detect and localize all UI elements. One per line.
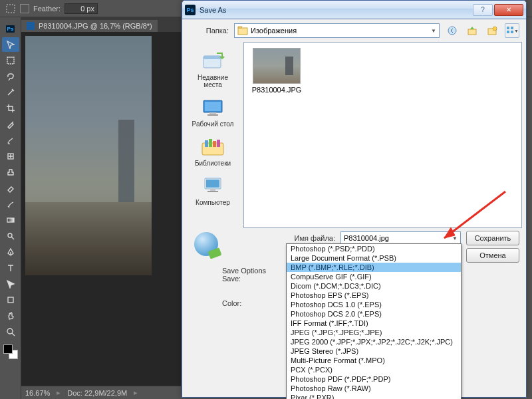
feather-input[interactable]: 0 px bbox=[65, 3, 98, 14]
new-folder-button[interactable] bbox=[485, 23, 499, 38]
zoom-level[interactable]: 16.67% bbox=[25, 389, 50, 397]
format-option[interactable]: PCX (*.PCX) bbox=[287, 365, 461, 374]
format-option[interactable]: Photoshop PDF (*.PDF;*.PDP) bbox=[287, 374, 461, 384]
save-button[interactable]: Сохранить bbox=[466, 231, 519, 245]
tools-panel: Ps bbox=[0, 17, 21, 399]
color-swatches[interactable] bbox=[3, 344, 18, 359]
marquee-tool[interactable] bbox=[2, 53, 19, 68]
folder-row: Папка: Изображения ▼ ▼ bbox=[182, 19, 526, 42]
svg-point-11 bbox=[493, 27, 497, 31]
place-recent[interactable]: Недавние места bbox=[184, 47, 241, 91]
desktop-icon bbox=[200, 97, 226, 118]
document-tab[interactable]: P8310004.JPG @ 16,7% (RGB/8*) bbox=[21, 20, 158, 32]
image-preview bbox=[25, 36, 152, 275]
filename-label: Имя файла: bbox=[282, 234, 335, 242]
place-libraries[interactable]: Библиотеки bbox=[184, 133, 241, 170]
format-option[interactable]: JPEG 2000 (*.JPF;*.JPX;*.JP2;*.J2C;*.J2K… bbox=[287, 337, 461, 346]
format-option[interactable]: Large Document Format (*.PSB) bbox=[287, 253, 461, 263]
format-option[interactable]: Multi-Picture Format (*.MPO) bbox=[287, 356, 461, 365]
format-option[interactable]: Pixar (*.PXR) bbox=[287, 393, 461, 399]
format-option[interactable]: Photoshop Raw (*.RAW) bbox=[287, 384, 461, 393]
places-bar: Недавние места Рабочий стол Библиотеки К… bbox=[182, 42, 243, 228]
place-recent-label: Недавние места bbox=[198, 74, 228, 88]
place-computer[interactable]: Компьютер bbox=[184, 172, 241, 209]
eraser-tool[interactable] bbox=[2, 181, 19, 196]
path-tool[interactable] bbox=[2, 277, 19, 291]
svg-rect-17 bbox=[203, 56, 221, 59]
hand-tool[interactable] bbox=[2, 309, 19, 323]
svg-point-8 bbox=[448, 27, 456, 35]
format-option[interactable]: Dicom (*.DCM;*.DC3;*.DIC) bbox=[287, 281, 461, 291]
help-button[interactable]: ? bbox=[473, 4, 493, 16]
save-sublabel: Save: bbox=[222, 275, 295, 283]
svg-point-6 bbox=[7, 329, 13, 334]
dialog-titlebar[interactable]: Ps Save As ? ✕ bbox=[182, 1, 526, 19]
folder-combo[interactable]: Изображения ▼ bbox=[234, 23, 440, 38]
svg-rect-20 bbox=[209, 112, 216, 114]
marquee-tool-icon bbox=[5, 3, 16, 14]
format-option[interactable]: Photoshop DCS 1.0 (*.EPS) bbox=[287, 300, 461, 309]
svg-rect-5 bbox=[8, 297, 13, 303]
format-option[interactable]: Photoshop (*.PSD;*.PDD) bbox=[287, 244, 461, 253]
lasso-tool[interactable] bbox=[2, 69, 19, 84]
ps-file-icon bbox=[27, 22, 35, 30]
stamp-tool[interactable] bbox=[2, 165, 19, 180]
ps-logo-icon: Ps bbox=[2, 21, 19, 36]
libraries-icon bbox=[200, 136, 226, 158]
format-dropdown-list[interactable]: Photoshop (*.PSD;*.PDD)Large Document Fo… bbox=[286, 243, 462, 399]
svg-rect-28 bbox=[206, 180, 219, 188]
format-option[interactable]: BMP (*.BMP;*.RLE;*.DIB) bbox=[287, 263, 461, 272]
dodge-tool[interactable] bbox=[2, 229, 19, 243]
svg-rect-3 bbox=[7, 218, 14, 222]
computer-icon bbox=[200, 176, 226, 197]
up-button[interactable] bbox=[465, 23, 479, 38]
file-item-label: P8310004.JPG bbox=[252, 86, 302, 94]
svg-rect-12 bbox=[507, 27, 509, 29]
zoom-tool[interactable] bbox=[2, 325, 19, 339]
save-options-label: Save Options bbox=[222, 267, 295, 275]
canvas[interactable] bbox=[21, 32, 181, 386]
folder-value: Изображения bbox=[251, 27, 297, 35]
format-option[interactable]: CompuServe GIF (*.GIF) bbox=[287, 272, 461, 281]
svg-rect-23 bbox=[205, 140, 208, 147]
cancel-button[interactable]: Отмена bbox=[466, 248, 519, 263]
history-brush-tool[interactable] bbox=[2, 197, 19, 211]
wand-tool[interactable] bbox=[2, 85, 19, 100]
move-tool[interactable] bbox=[2, 37, 19, 52]
document-area: P8310004.JPG @ 16,7% (RGB/8*) 16.67% ▸ D… bbox=[21, 17, 181, 399]
document-tabs: P8310004.JPG @ 16,7% (RGB/8*) bbox=[21, 17, 181, 32]
brush-tool[interactable] bbox=[2, 133, 19, 148]
file-list[interactable]: P8310004.JPG bbox=[243, 42, 522, 228]
format-option[interactable]: Photoshop DCS 2.0 (*.EPS) bbox=[287, 309, 461, 319]
format-option[interactable]: JPEG Stereo (*.JPS) bbox=[287, 346, 461, 356]
svg-rect-24 bbox=[209, 139, 212, 147]
gradient-tool[interactable] bbox=[2, 213, 19, 227]
healing-tool[interactable] bbox=[2, 149, 19, 164]
filename-input[interactable]: P8310004.jpg▼ bbox=[340, 231, 461, 245]
svg-rect-25 bbox=[213, 141, 216, 147]
svg-rect-13 bbox=[511, 27, 513, 29]
svg-rect-29 bbox=[210, 189, 215, 191]
back-button[interactable] bbox=[445, 23, 460, 38]
color-sublabel: Color: bbox=[222, 299, 295, 307]
svg-rect-7 bbox=[238, 28, 247, 35]
pen-tool[interactable] bbox=[2, 245, 19, 259]
format-option[interactable]: Photoshop EPS (*.EPS) bbox=[287, 291, 461, 300]
view-menu-button[interactable]: ▼ bbox=[505, 23, 519, 38]
place-desktop[interactable]: Рабочий стол bbox=[184, 94, 241, 130]
chevron-down-icon[interactable]: ▼ bbox=[452, 235, 458, 241]
crop-tool[interactable] bbox=[2, 101, 19, 116]
svg-rect-15 bbox=[511, 31, 513, 33]
eyedropper-tool[interactable] bbox=[2, 117, 19, 132]
svg-rect-0 bbox=[7, 5, 15, 13]
shape-tool[interactable] bbox=[2, 293, 19, 307]
place-desktop-label: Рабочий стол bbox=[192, 120, 234, 128]
file-item[interactable]: P8310004.JPG bbox=[249, 48, 304, 94]
doc-size: Doc: 22,9M/22,9M bbox=[67, 389, 127, 397]
format-option[interactable]: JPEG (*.JPG;*.JPEG;*.JPE) bbox=[287, 328, 461, 337]
selection-mode-icon[interactable] bbox=[20, 4, 29, 13]
format-option[interactable]: IFF Format (*.IFF;*.TDI) bbox=[287, 319, 461, 328]
type-tool[interactable] bbox=[2, 261, 19, 275]
close-button[interactable]: ✕ bbox=[494, 4, 523, 16]
status-bar: 16.67% ▸ Doc: 22,9M/22,9M ▸ bbox=[21, 386, 181, 399]
